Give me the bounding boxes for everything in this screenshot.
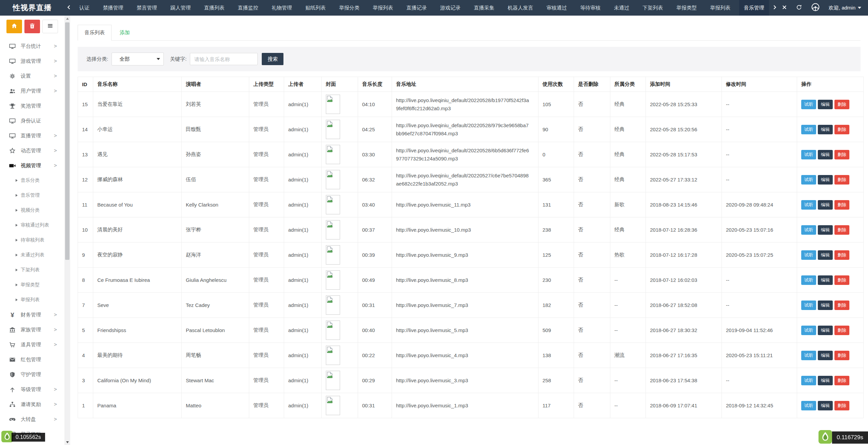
edit-button[interactable]: 编辑 xyxy=(818,275,833,285)
sidebar-item-财务管理[interactable]: ¥财务管理> xyxy=(0,307,64,322)
topbar-tab[interactable]: 直播采集 xyxy=(469,0,499,16)
search-button[interactable]: 搜索 xyxy=(262,53,283,65)
edit-button[interactable]: 编辑 xyxy=(818,175,833,185)
listen-button[interactable]: 试听 xyxy=(801,175,816,185)
edit-button[interactable]: 编辑 xyxy=(818,301,833,310)
delete-button[interactable]: 删除 xyxy=(834,275,849,285)
sidebar-item-大转盘[interactable]: 大转盘> xyxy=(0,412,64,427)
sidebar-subitem-举报列表[interactable]: 举报列表 xyxy=(0,292,64,307)
edit-button[interactable]: 编辑 xyxy=(818,200,833,210)
sidebar-item-直播管理[interactable]: 直播管理> xyxy=(0,128,64,143)
listen-button[interactable]: 试听 xyxy=(801,376,816,385)
sidebar-scrollbar[interactable] xyxy=(64,16,70,445)
topbar-tab[interactable]: 禁言管理 xyxy=(132,0,162,16)
topbar-tab[interactable]: 踢人管理 xyxy=(165,0,195,16)
edit-button[interactable]: 编辑 xyxy=(818,351,833,360)
topbar-tab[interactable]: 未通过 xyxy=(609,0,634,16)
welcome-menu[interactable]: 欢迎, admin xyxy=(829,5,861,11)
sidebar-item-动态管理[interactable]: 动态管理> xyxy=(0,143,64,158)
topbar-tab[interactable]: 音乐管理 xyxy=(739,0,769,16)
listen-button[interactable]: 试听 xyxy=(801,326,816,335)
category-select[interactable]: 全部 xyxy=(112,53,164,65)
topbar-tab[interactable]: 机器人发言 xyxy=(503,0,538,16)
sidebar-item-守护管理[interactable]: 守护管理 xyxy=(0,367,64,382)
edit-button[interactable]: 编辑 xyxy=(818,401,833,410)
sidebar-item-游戏管理[interactable]: 游戏管理> xyxy=(0,54,64,69)
sidebar-subitem-音乐分类[interactable]: 音乐分类 xyxy=(0,173,64,188)
sidebar-subitem-待审核列表[interactable]: 待审核列表 xyxy=(0,233,64,248)
sidebar-item-道具管理[interactable]: 道具管理> xyxy=(0,337,64,352)
topbar-tab[interactable]: 贴纸列表 xyxy=(300,0,330,16)
sidebar-subitem-下架列表[interactable]: 下架列表 xyxy=(0,263,64,277)
scrollbar-thumb[interactable] xyxy=(65,22,70,260)
scroll-down-arrow-icon[interactable] xyxy=(64,439,70,445)
topbar-tab[interactable]: 举报列表 xyxy=(368,0,398,16)
topbar-tab[interactable]: 举报列表 xyxy=(705,0,735,16)
close-tab-button[interactable] xyxy=(781,5,788,11)
delete-button[interactable]: 删除 xyxy=(834,301,849,310)
delete-button[interactable]: 删除 xyxy=(834,401,849,410)
avatar[interactable] xyxy=(810,3,821,13)
edit-button[interactable]: 编辑 xyxy=(818,326,833,335)
topbar-tab[interactable]: 游戏记录 xyxy=(435,0,465,16)
edit-button[interactable]: 编辑 xyxy=(818,125,833,134)
tabs-scroll-right-button[interactable] xyxy=(770,0,779,16)
edit-button[interactable]: 编辑 xyxy=(818,100,833,109)
tabs-scroll-left-button[interactable] xyxy=(64,0,73,16)
sidebar-subitem-举报类型[interactable]: 举报类型 xyxy=(0,277,64,292)
sidebar-item-奖池管理[interactable]: 奖池管理 xyxy=(0,98,64,113)
edit-button[interactable]: 编辑 xyxy=(818,376,833,385)
delete-button[interactable]: 删除 xyxy=(834,200,849,210)
sidebar-item-家族管理[interactable]: 家族管理> xyxy=(0,322,64,337)
edit-button[interactable]: 编辑 xyxy=(818,225,833,235)
topbar-tab[interactable]: 下架列表 xyxy=(638,0,668,16)
sidebar-subitem-视频分类[interactable]: 视频分类 xyxy=(0,203,64,218)
sidebar-item-用户管理[interactable]: 用户管理> xyxy=(0,83,64,98)
sidebar-subitem-音乐管理[interactable]: 音乐管理 xyxy=(0,188,64,203)
delete-button[interactable]: 删除 xyxy=(834,175,849,185)
listen-button[interactable]: 试听 xyxy=(801,225,816,235)
listen-button[interactable]: 试听 xyxy=(801,275,816,285)
clear-cache-button[interactable] xyxy=(24,20,40,33)
keyword-input[interactable] xyxy=(190,53,258,65)
listen-button[interactable]: 试听 xyxy=(801,401,816,410)
listen-button[interactable]: 试听 xyxy=(801,351,816,360)
home-button[interactable] xyxy=(6,20,22,33)
sidebar-subitem-未通过列表[interactable]: 未通过列表 xyxy=(0,248,64,263)
edit-button[interactable]: 编辑 xyxy=(818,150,833,159)
delete-button[interactable]: 删除 xyxy=(834,351,849,360)
sidebar-item-邀请奖励[interactable]: 邀请奖励> xyxy=(0,397,64,412)
listen-button[interactable]: 试听 xyxy=(801,100,816,109)
delete-button[interactable]: 删除 xyxy=(834,100,849,109)
topbar-tab[interactable]: 审核通过 xyxy=(542,0,572,16)
listen-button[interactable]: 试听 xyxy=(801,125,816,134)
delete-button[interactable]: 删除 xyxy=(834,326,849,335)
tab-music-list[interactable]: 音乐列表 xyxy=(78,25,112,41)
delete-button[interactable]: 删除 xyxy=(834,225,849,235)
topbar-tab[interactable]: 礼物管理 xyxy=(267,0,297,16)
topbar-tab[interactable]: 直播记录 xyxy=(402,0,432,16)
scroll-up-arrow-icon[interactable] xyxy=(64,16,70,21)
listen-button[interactable]: 试听 xyxy=(801,250,816,260)
topbar-tab[interactable]: 直播列表 xyxy=(199,0,229,16)
listen-button[interactable]: 试听 xyxy=(801,301,816,310)
refresh-button[interactable] xyxy=(796,5,802,11)
sidebar-item-红包管理[interactable]: 红包管理 xyxy=(0,352,64,367)
sidebar-subitem-审核通过列表[interactable]: 审核通过列表 xyxy=(0,218,64,233)
listen-button[interactable]: 试听 xyxy=(801,150,816,159)
topbar-tab[interactable]: 举报分类 xyxy=(334,0,364,16)
listen-button[interactable]: 试听 xyxy=(801,200,816,210)
topbar-tab[interactable]: 等待审核 xyxy=(575,0,605,16)
delete-button[interactable]: 删除 xyxy=(834,150,849,159)
sidebar-item-平台统计[interactable]: 平台统计> xyxy=(0,39,64,54)
delete-button[interactable]: 删除 xyxy=(834,250,849,260)
delete-button[interactable]: 删除 xyxy=(834,376,849,385)
topbar-tab[interactable]: 举报类型 xyxy=(672,0,702,16)
sidebar-item-身份认证[interactable]: 身份认证 xyxy=(0,113,64,128)
topbar-tab[interactable]: 认证 xyxy=(75,0,94,16)
sidebar-item-视频管理[interactable]: 视频管理> xyxy=(0,158,64,173)
topbar-tab[interactable]: 禁播管理 xyxy=(98,0,128,16)
delete-button[interactable]: 删除 xyxy=(834,125,849,134)
topbar-tab[interactable]: 直播监控 xyxy=(233,0,263,16)
sidebar-item-设置[interactable]: 设置> xyxy=(0,69,64,83)
